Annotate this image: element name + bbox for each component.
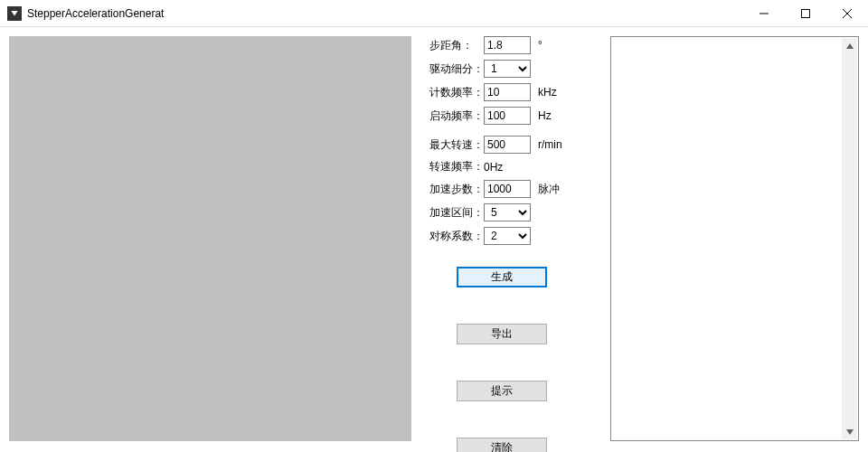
svg-marker-5	[846, 429, 854, 435]
accel-steps-input[interactable]	[484, 180, 531, 198]
count-freq-unit: kHz	[538, 86, 557, 99]
minimize-button[interactable]	[743, 0, 785, 27]
accel-steps-unit: 脉冲	[538, 182, 560, 197]
accel-steps-label: 加速步数：	[429, 182, 484, 197]
max-rpm-label: 最大转速：	[429, 137, 484, 153]
symmetry-label: 对称系数：	[429, 229, 484, 244]
scroll-up-icon[interactable]	[842, 38, 857, 53]
titlebar: StepperAccelerationGenerat	[0, 0, 868, 27]
maximize-button[interactable]	[785, 0, 826, 27]
accel-zone-label: 加速区间：	[429, 205, 484, 221]
clear-button[interactable]: 清除	[457, 438, 547, 452]
output-scrollbar[interactable]	[842, 38, 857, 439]
export-button[interactable]: 导出	[457, 324, 547, 344]
svg-rect-1	[802, 9, 810, 17]
svg-marker-4	[846, 43, 854, 49]
scroll-down-icon[interactable]	[842, 424, 857, 439]
microstep-label: 驱动细分：	[429, 61, 484, 77]
output-textbox[interactable]	[610, 36, 859, 441]
step-angle-unit: °	[538, 39, 542, 52]
client-area: 步距角： ° 驱动细分： 1 计数频率： kHz 启动频率： Hz 最大转速： …	[0, 27, 868, 452]
start-freq-label: 启动频率：	[429, 108, 484, 124]
count-freq-label: 计数频率：	[429, 85, 484, 100]
rpm-freq-label: 转速频率：	[429, 159, 484, 174]
accel-zone-select[interactable]: 5	[484, 203, 531, 221]
count-freq-input[interactable]	[484, 83, 531, 101]
start-freq-input[interactable]	[484, 107, 531, 125]
window-title: StepperAccelerationGenerat	[27, 7, 164, 20]
parameters-form: 步距角： ° 驱动细分： 1 计数频率： kHz 启动频率： Hz 最大转速： …	[429, 36, 592, 452]
preview-panel	[9, 36, 411, 441]
symmetry-select[interactable]: 2	[484, 227, 531, 245]
app-icon	[7, 6, 22, 21]
rpm-freq-value: 0Hz	[484, 161, 503, 174]
close-button[interactable]	[826, 0, 868, 27]
start-freq-unit: Hz	[538, 109, 552, 122]
microstep-select[interactable]: 1	[484, 60, 531, 78]
step-angle-input[interactable]	[484, 36, 531, 54]
max-rpm-unit: r/min	[538, 138, 562, 151]
max-rpm-input[interactable]	[484, 136, 531, 154]
hint-button[interactable]: 提示	[457, 381, 547, 401]
step-angle-label: 步距角：	[429, 38, 484, 53]
generate-button[interactable]: 生成	[457, 267, 547, 287]
